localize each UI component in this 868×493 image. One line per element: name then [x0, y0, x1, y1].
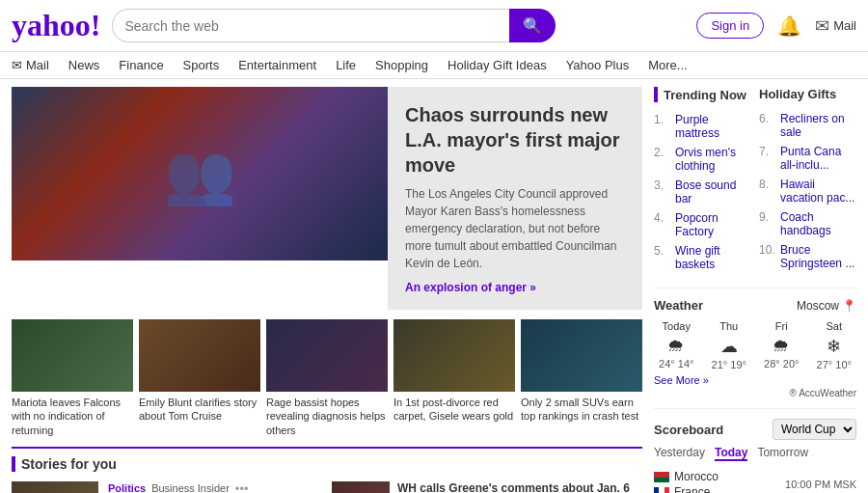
trending-text-4[interactable]: Popcorn Factory: [675, 211, 751, 238]
nav-item-life[interactable]: Life: [336, 58, 356, 72]
holiday-item-7[interactable]: 7. Punta Cana all-inclu...: [759, 142, 856, 175]
score-tab-today[interactable]: Today: [715, 446, 747, 461]
main-story-thumb: [12, 481, 98, 493]
trending-panel: Trending Now 1. Purple mattress 2. Orvis…: [654, 87, 751, 274]
stories-bar: [12, 456, 15, 472]
thumb-item-4[interactable]: In 1st post-divorce red carpet, Gisele w…: [393, 319, 515, 437]
bell-icon[interactable]: 🔔: [777, 14, 801, 38]
main-story: Politics Business Insider ••• Marjorie T…: [12, 481, 322, 493]
nav-item-holiday-gift-ideas[interactable]: Holiday Gift Ideas: [448, 58, 547, 72]
trending-text-1[interactable]: Purple mattress: [675, 113, 751, 140]
holiday-item-6[interactable]: 6. Recliners on sale: [759, 109, 856, 142]
mail-link[interactable]: ✉ Mail: [815, 15, 856, 37]
header-right: Sign in 🔔 ✉ Mail: [696, 13, 856, 39]
weather-day-sat: Sat ❄ 27° 10°: [812, 320, 857, 370]
trending-title: Trending Now: [664, 88, 746, 102]
score-match-1: Morocco France 10:00 PM MSK: [654, 467, 856, 493]
trending-bar: [654, 87, 658, 102]
holiday-gifts-panel: Holiday Gifts 6. Recliners on sale 7. Pu…: [751, 87, 856, 273]
trending-item-1[interactable]: 1. Purple mattress: [654, 110, 751, 143]
weather-temp-thu: 21° 19°: [707, 359, 752, 370]
stories-header: Stories for you: [12, 456, 642, 472]
holiday-num-6: 6.: [759, 112, 774, 139]
story-source-tag[interactable]: Politics: [108, 482, 146, 493]
main-content: Chaos surrounds new L.A. mayor's first m…: [0, 79, 868, 493]
trending-text-3[interactable]: Bose sound bar: [675, 178, 751, 205]
right-story-1[interactable]: WH calls Greene's comments about Jan. 6 …: [332, 481, 642, 493]
score-teams: Morocco France: [654, 470, 719, 493]
hero-text-panel: Chaos surrounds new L.A. mayor's first m…: [388, 87, 642, 310]
holiday-text-10[interactable]: Bruce Springsteen ...: [780, 243, 856, 270]
thumb-caption-4: In 1st post-divorce red carpet, Gisele w…: [393, 396, 515, 424]
mail-label: Mail: [833, 18, 856, 33]
holiday-item-10[interactable]: 10. Bruce Springsteen ...: [759, 240, 856, 273]
holiday-text-7[interactable]: Punta Cana all-inclu...: [780, 145, 856, 172]
weather-temp-sat: 27° 10°: [812, 359, 857, 370]
stories-row: Politics Business Insider ••• Marjorie T…: [12, 481, 642, 493]
weather-days: Today 🌧 24° 14° Thu ☁ 21° 19° Fri 🌧 28° …: [654, 320, 856, 370]
trending-holiday-row: Trending Now 1. Purple mattress 2. Orvis…: [654, 87, 856, 274]
trending-item-5[interactable]: 5. Wine gift baskets: [654, 241, 751, 274]
trending-text-5[interactable]: Wine gift baskets: [675, 244, 751, 271]
main-story-image: [12, 481, 98, 493]
holiday-item-9[interactable]: 9. Coach handbags: [759, 207, 856, 240]
score-tab-yesterday[interactable]: Yesterday: [654, 446, 705, 461]
weather-label-fri: Fri: [759, 320, 804, 332]
hero-section: Chaos surrounds new L.A. mayor's first m…: [12, 87, 642, 310]
weather-location[interactable]: Moscow 📍: [797, 299, 856, 313]
trending-text-2[interactable]: Orvis men's clothing: [675, 146, 751, 173]
holiday-text-6[interactable]: Recliners on sale: [780, 112, 856, 139]
holiday-item-8[interactable]: 8. Hawaii vacation pac...: [759, 175, 856, 207]
thumb-item-2[interactable]: Emily Blunt clarifies story about Tom Cr…: [139, 319, 260, 437]
flag-morocco: [654, 472, 669, 482]
weather-section: Weather Moscow 📍 Today 🌧 24° 14° Thu ☁ 2…: [654, 288, 856, 398]
right-story-title-1: WH calls Greene's comments about Jan. 6 …: [397, 481, 642, 493]
weather-title: Weather: [654, 298, 703, 313]
story-more-icon[interactable]: •••: [235, 481, 249, 493]
holiday-text-9[interactable]: Coach handbags: [780, 210, 856, 237]
trending-item-2[interactable]: 2. Orvis men's clothing: [654, 143, 751, 176]
weather-icon-today: 🌧: [654, 336, 699, 356]
weather-icon-thu: ☁: [707, 336, 752, 357]
nav-item-shopping[interactable]: Shopping: [375, 58, 428, 72]
nav-mail-icon: ✉: [12, 58, 22, 72]
thumb-item-5[interactable]: Only 2 small SUVs earn top rankings in c…: [521, 319, 642, 437]
see-more-weather-link[interactable]: See More »: [654, 374, 856, 386]
search-input[interactable]: [112, 9, 509, 42]
scoreboard-select[interactable]: World Cup: [773, 419, 856, 440]
thumb-item-3[interactable]: Rage bassist hopes revealing diagnosis h…: [266, 319, 388, 437]
trending-item-4[interactable]: 4. Popcorn Factory: [654, 208, 751, 241]
hero-link[interactable]: An explosion of anger »: [405, 281, 536, 294]
nav-item-yahoo-plus[interactable]: Yahoo Plus: [566, 58, 630, 72]
nav-item-more[interactable]: More...: [648, 58, 687, 72]
nav-item-news[interactable]: News: [68, 58, 100, 72]
trending-item-3[interactable]: 3. Bose sound bar: [654, 176, 751, 208]
thumb-image-4: [393, 319, 515, 392]
trending-num-4: 4.: [654, 211, 669, 238]
nav-item-sports[interactable]: Sports: [183, 58, 220, 72]
sidebar: Trending Now 1. Purple mattress 2. Orvis…: [654, 87, 856, 493]
nav-item-mail[interactable]: ✉ Mail: [12, 58, 49, 72]
scoreboard-tabs: Yesterday Today Tomorrow: [654, 446, 856, 461]
search-button[interactable]: 🔍: [509, 9, 556, 42]
search-bar: 🔍: [112, 9, 556, 42]
thumbnail-row: Mariota leaves Falcons with no indicatio…: [12, 319, 642, 437]
mail-envelope-icon: ✉: [815, 15, 829, 37]
nav-item-entertainment[interactable]: Entertainment: [238, 58, 316, 72]
hero-title: Chaos surrounds new L.A. mayor's first m…: [405, 102, 625, 178]
story-source-row: Politics Business Insider •••: [108, 481, 322, 493]
signin-button[interactable]: Sign in: [696, 13, 764, 39]
weather-label-sat: Sat: [812, 320, 857, 332]
team-name-france: France: [674, 485, 710, 493]
trending-num-2: 2.: [654, 146, 669, 173]
weather-icon-fri: 🌧: [759, 336, 804, 356]
score-tab-tomorrow[interactable]: Tomorrow: [757, 446, 808, 461]
right-story-content-1: WH calls Greene's comments about Jan. 6 …: [397, 481, 642, 493]
hero-photo: [12, 87, 388, 260]
weather-day-fri: Fri 🌧 28° 20°: [759, 320, 804, 370]
thumb-item-1[interactable]: Mariota leaves Falcons with no indicatio…: [12, 319, 133, 437]
nav-item-finance[interactable]: Finance: [119, 58, 163, 72]
thumb-image-2: [139, 319, 260, 392]
holiday-text-8[interactable]: Hawaii vacation pac...: [780, 178, 856, 205]
team-name-morocco: Morocco: [674, 470, 719, 483]
